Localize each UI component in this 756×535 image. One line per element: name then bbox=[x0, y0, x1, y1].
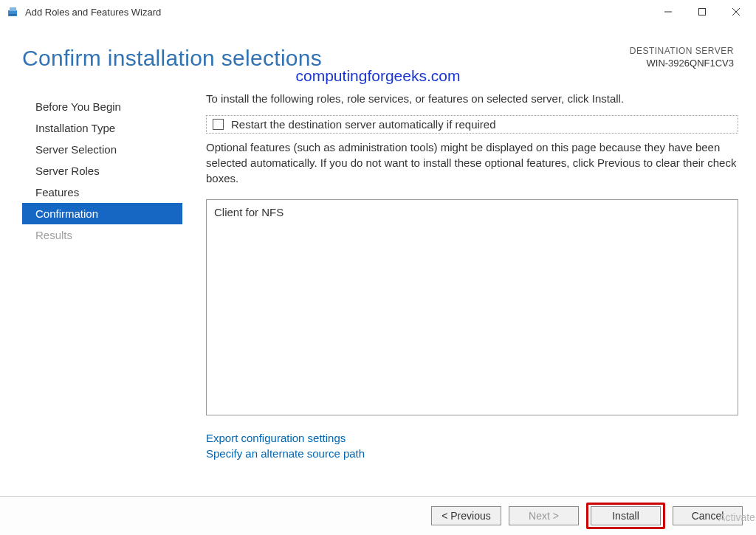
server-manager-icon bbox=[7, 6, 19, 18]
bottom-links: Export configuration settings Specify an… bbox=[206, 432, 738, 460]
features-list[interactable]: Client for NFS bbox=[206, 199, 738, 415]
sidebar-item-server-roles[interactable]: Server Roles bbox=[22, 160, 182, 182]
restart-checkbox-row[interactable]: Restart the destination server automatic… bbox=[206, 115, 738, 134]
maximize-icon bbox=[698, 8, 706, 15]
cancel-button[interactable]: Cancel bbox=[673, 506, 743, 525]
install-button[interactable]: Install bbox=[591, 506, 661, 525]
restart-checkbox-label: Restart the destination server automatic… bbox=[231, 118, 496, 131]
sidebar-item-before-you-begin[interactable]: Before You Begin bbox=[22, 96, 182, 117]
sidebar-item-installation-type[interactable]: Installation Type bbox=[22, 117, 182, 139]
sidebar-item-features[interactable]: Features bbox=[22, 182, 182, 203]
window-title: Add Roles and Features Wizard bbox=[25, 7, 651, 18]
button-bar: < Previous Next > Install Cancel Activat… bbox=[0, 496, 756, 535]
feature-item: Client for NFS bbox=[214, 206, 730, 218]
close-button[interactable] bbox=[719, 0, 753, 24]
svg-rect-1 bbox=[10, 7, 16, 11]
sidebar-item-server-selection[interactable]: Server Selection bbox=[22, 139, 182, 160]
main-panel: To install the following roles, role ser… bbox=[182, 92, 756, 463]
sidebar: Before You Begin Installation Type Serve… bbox=[22, 92, 182, 463]
sidebar-item-results: Results bbox=[22, 224, 182, 246]
link-alt-source[interactable]: Specify an alternate source path bbox=[206, 447, 738, 460]
svg-rect-4 bbox=[699, 9, 706, 15]
content-area: Confirm installation selections DESTINAT… bbox=[0, 24, 756, 496]
header-row: Confirm installation selections DESTINAT… bbox=[0, 24, 756, 71]
optional-text: Optional features (such as administratio… bbox=[206, 139, 738, 186]
next-button: Next > bbox=[509, 506, 579, 525]
maximize-button[interactable] bbox=[685, 0, 719, 24]
restart-checkbox[interactable] bbox=[213, 119, 224, 130]
destination-name: WIN-3926QNF1CV3 bbox=[630, 58, 734, 69]
page-title: Confirm installation selections bbox=[22, 46, 322, 71]
minimize-button[interactable] bbox=[651, 0, 685, 24]
sidebar-item-confirmation[interactable]: Confirmation bbox=[22, 203, 182, 224]
intro-text: To install the following roles, role ser… bbox=[206, 92, 738, 105]
main-columns: Before You Begin Installation Type Serve… bbox=[0, 92, 756, 463]
svg-rect-2 bbox=[9, 14, 16, 15]
link-export-config[interactable]: Export configuration settings bbox=[206, 432, 738, 444]
titlebar: Add Roles and Features Wizard bbox=[0, 0, 756, 24]
minimize-icon bbox=[664, 8, 672, 15]
destination-label: DESTINATION SERVER bbox=[630, 46, 734, 56]
close-icon bbox=[732, 8, 740, 15]
install-button-highlight: Install bbox=[586, 503, 665, 529]
previous-button[interactable]: < Previous bbox=[431, 506, 501, 525]
window-controls bbox=[651, 0, 753, 24]
destination-server: DESTINATION SERVER WIN-3926QNF1CV3 bbox=[630, 46, 734, 69]
